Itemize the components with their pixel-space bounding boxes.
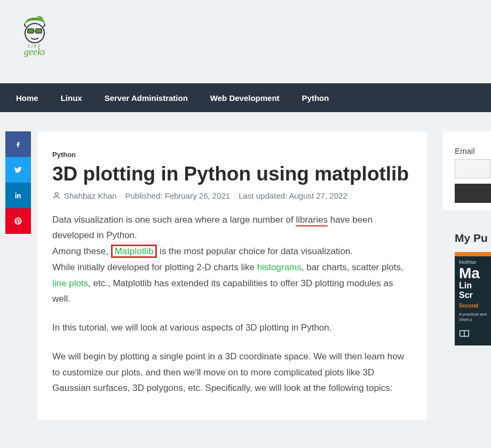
share-pinterest[interactable] bbox=[5, 208, 31, 234]
email-signup: Email bbox=[443, 131, 491, 210]
twitter-icon bbox=[14, 166, 22, 174]
article-author[interactable]: Shahbaz Khan bbox=[52, 191, 116, 200]
social-share bbox=[5, 131, 31, 234]
link-matplotlib[interactable]: Matplotlib bbox=[115, 246, 154, 256]
share-linkedin[interactable] bbox=[5, 183, 31, 208]
nav-home[interactable]: Home bbox=[16, 93, 38, 103]
link-line-plots[interactable]: line plots bbox=[52, 278, 88, 288]
book-cover[interactable]: Mokhtar Ma Lin Scr Second A practical an… bbox=[455, 252, 491, 345]
svg-point-4 bbox=[55, 193, 58, 195]
facebook-icon bbox=[14, 140, 22, 148]
main-nav: Home Linux Server Administration Web Dev… bbox=[0, 83, 491, 112]
linkedin-icon bbox=[14, 191, 22, 200]
svg-rect-1 bbox=[28, 29, 34, 33]
sidebar-section-title: My Pu bbox=[455, 232, 491, 245]
email-input[interactable] bbox=[455, 159, 491, 178]
user-icon bbox=[52, 191, 61, 200]
subscribe-button[interactable] bbox=[455, 184, 491, 203]
email-label: Email bbox=[455, 146, 475, 155]
sidebar: Email My Pu Mokhtar Ma Lin Scr Second A … bbox=[443, 131, 491, 420]
article-title: 3D plotting in Python using matplotlib bbox=[52, 163, 412, 186]
published-date: Published: February 26, 2021 bbox=[125, 191, 230, 200]
pinterest-icon bbox=[14, 217, 22, 225]
highlight-matplotlib-box: Matplotlib bbox=[111, 245, 157, 258]
updated-date: Last updated: August 27, 2022 bbox=[239, 191, 347, 200]
article-meta: Shahbaz Khan Published: February 26, 202… bbox=[52, 191, 412, 200]
nav-webdev[interactable]: Web Development bbox=[210, 93, 280, 103]
nav-python[interactable]: Python bbox=[302, 93, 329, 103]
share-twitter[interactable] bbox=[5, 157, 31, 183]
article-body: Data visualization is one such area wher… bbox=[52, 212, 412, 397]
link-histograms[interactable]: histograms bbox=[257, 262, 302, 272]
article-category[interactable]: Python bbox=[52, 151, 412, 159]
share-facebook[interactable] bbox=[5, 131, 31, 157]
nav-linux[interactable]: Linux bbox=[61, 93, 82, 103]
site-logo[interactable]: LIKEgeeks bbox=[16, 15, 53, 58]
svg-rect-2 bbox=[36, 29, 42, 33]
book-icon bbox=[455, 326, 491, 345]
highlight-libraries: libraries bbox=[296, 215, 328, 226]
nav-server[interactable]: Server Administration bbox=[105, 93, 188, 103]
article: Python 3D plotting in Python using matpl… bbox=[37, 131, 427, 420]
